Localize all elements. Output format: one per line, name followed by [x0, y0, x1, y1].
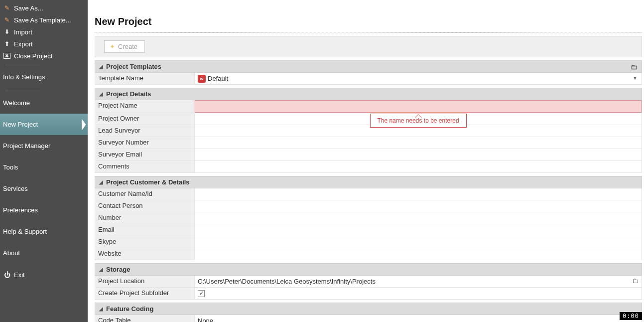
create-button[interactable]: ✦ Create [104, 40, 145, 53]
nav-item-label: Welcome [3, 99, 30, 107]
project-location-value: C:\Users\Peter\Documents\Leica Geosystem… [198, 278, 376, 285]
nav-item-label: New Project [3, 121, 38, 128]
nav-help-support[interactable]: Help & Support [0, 221, 88, 242]
nav-about[interactable]: About [0, 242, 88, 264]
field-label: Create Project Subfolder [95, 288, 195, 299]
nav-item-label: Exit [14, 271, 25, 279]
nav-new-project[interactable]: New Project [0, 114, 88, 135]
row-project-name: Project Name The name needs to be entere… [95, 100, 642, 113]
project-name-input[interactable] [198, 102, 638, 111]
section-header-customer[interactable]: ◢ Project Customer & Details [95, 176, 642, 188]
import-icon [3, 28, 11, 36]
row-customer-skype: Skype [95, 236, 642, 248]
file-close-project[interactable]: Close Project [0, 50, 88, 62]
row-customer-website: Website [95, 248, 642, 260]
row-code-table: Code Table None [95, 315, 642, 322]
power-icon [3, 271, 11, 279]
field-label: Number [95, 212, 195, 224]
field-label: Project Location [95, 276, 195, 287]
create-subfolder-checkbox[interactable]: ✓ [198, 290, 205, 297]
field-label: Code Table [95, 315, 195, 322]
create-button-label: Create [118, 43, 137, 50]
field-label: Project Name [95, 100, 195, 113]
caret-down-icon: ◢ [99, 179, 103, 185]
field-label: Template Name [95, 73, 195, 84]
row-customer-name: Customer Name/Id [95, 188, 642, 200]
row-template-name: Template Name ∞ Default ▼ [95, 73, 642, 85]
code-table-select[interactable]: None [195, 315, 642, 322]
sidebar-separator [5, 65, 40, 65]
row-lead-surveyor: Lead Surveyor [95, 125, 642, 137]
code-table-value: None [198, 317, 213, 322]
nav-item-label: Preferences [3, 206, 38, 214]
field-label: Website [95, 248, 195, 260]
close-icon [3, 52, 11, 60]
file-item-label: Save As... [14, 4, 43, 12]
page-title: New Project [95, 16, 642, 27]
section-header-details[interactable]: ◢ Project Details [95, 88, 642, 100]
contact-person-input[interactable] [198, 202, 639, 210]
row-create-subfolder: Create Project Subfolder ✓ [95, 288, 642, 300]
surveyor-email-input[interactable] [198, 151, 639, 159]
surveyor-number-input[interactable] [198, 139, 639, 147]
main-content: New Project ✦ Create ◢ Project Templates… [88, 0, 644, 322]
nav-item-label: Services [3, 185, 28, 192]
row-project-owner: Project Owner [95, 113, 642, 125]
nav-item-label: Project Manager [3, 142, 50, 150]
row-project-location: Project Location C:\Users\Peter\Document… [95, 276, 642, 288]
nav-project-manager[interactable]: Project Manager [0, 135, 88, 157]
file-item-label: Export [14, 40, 33, 48]
customer-email-input[interactable] [198, 226, 639, 234]
field-label: Customer Name/Id [95, 188, 195, 200]
template-select[interactable]: ∞ Default ▼ [195, 73, 642, 84]
nav-item-label: About [3, 249, 20, 257]
file-save-as[interactable]: Save As... [0, 2, 88, 14]
nav-preferences[interactable]: Preferences [0, 199, 88, 221]
browse-folder-icon[interactable] [632, 277, 639, 285]
time-badge: 0:00 [620, 312, 642, 320]
nav-exit[interactable]: Exit [0, 264, 88, 286]
field-value: The name needs to be entered [195, 100, 642, 113]
nav-item-label: Info & Settings [3, 73, 45, 81]
caret-down-icon: ◢ [99, 306, 103, 312]
file-item-label: Close Project [14, 52, 52, 60]
lead-surveyor-input[interactable] [198, 127, 639, 135]
section-header-templates[interactable]: ◢ Project Templates [95, 60, 642, 73]
caret-down-icon: ◢ [99, 267, 103, 272]
sidebar-separator [5, 91, 40, 91]
error-tooltip: The name needs to be entered [370, 114, 466, 128]
nav-item-label: Help & Support [3, 228, 47, 235]
template-brand-icon: ∞ [198, 75, 206, 83]
file-item-label: Import [14, 28, 32, 36]
section-header-feature-coding[interactable]: ◢ Feature Coding [95, 303, 642, 315]
row-customer-email: Email [95, 224, 642, 236]
nav-info-settings[interactable]: Info & Settings [0, 66, 88, 88]
title-divider [95, 32, 642, 33]
field-label: Surveyor Number [95, 137, 195, 149]
field-label: Comments [95, 161, 195, 172]
sidebar: Save As... Save As Template... Import Ex… [0, 0, 88, 322]
row-surveyor-number: Surveyor Number [95, 137, 642, 149]
file-save-as-template[interactable]: Save As Template... [0, 14, 88, 26]
nav-services[interactable]: Services [0, 178, 88, 199]
section-title: Project Details [106, 90, 151, 98]
comments-input[interactable] [198, 162, 639, 171]
star-icon: ✦ [110, 43, 115, 50]
file-export[interactable]: Export [0, 38, 88, 50]
customer-number-input[interactable] [198, 214, 639, 222]
row-contact-person: Contact Person [95, 200, 642, 212]
customer-website-input[interactable] [198, 250, 639, 258]
folder-icon[interactable] [631, 63, 638, 71]
nav-welcome[interactable]: Welcome [0, 92, 88, 114]
customer-name-input[interactable] [198, 190, 639, 198]
section-title: Storage [106, 266, 130, 273]
section-header-storage[interactable]: ◢ Storage [95, 263, 642, 276]
customer-skype-input[interactable] [198, 238, 639, 246]
field-label: Lead Surveyor [95, 125, 195, 137]
caret-down-icon: ◢ [99, 91, 103, 97]
nav-item-label: Tools [3, 163, 18, 171]
field-label: Project Owner [95, 113, 195, 125]
file-import[interactable]: Import [0, 26, 88, 38]
nav-tools[interactable]: Tools [0, 157, 88, 178]
saveas-icon [3, 4, 11, 12]
